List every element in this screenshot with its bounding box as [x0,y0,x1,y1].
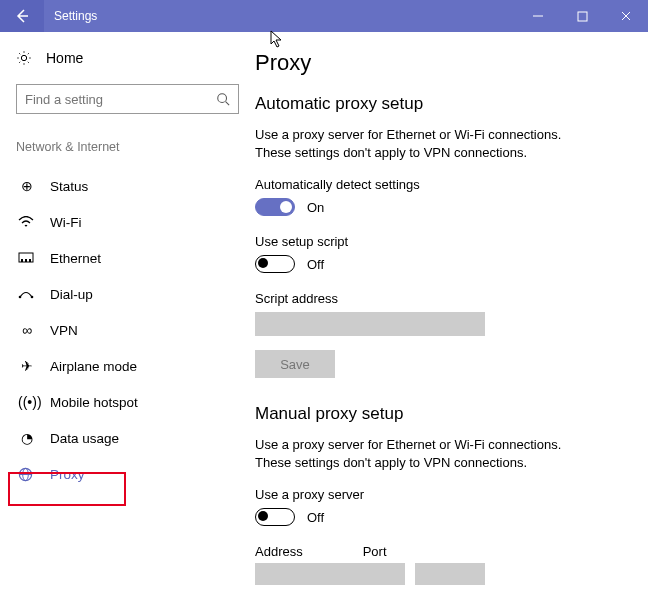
svg-point-2 [218,94,227,103]
search-box[interactable] [16,84,239,114]
back-arrow-icon [14,8,30,24]
nav-label: Dial-up [50,287,93,302]
manual-heading: Manual proxy setup [255,404,634,424]
close-icon [620,10,632,22]
nav-label: Status [50,179,88,194]
sidebar-item-airplane[interactable]: ✈ Airplane mode [16,348,239,384]
use-proxy-toggle[interactable] [255,508,295,526]
globe-icon [18,467,36,482]
use-proxy-state: Off [307,510,324,525]
search-input[interactable] [25,92,216,107]
data-icon: ◔ [18,430,36,446]
wifi-icon [18,216,36,228]
sidebar-item-ethernet[interactable]: Ethernet [16,240,239,276]
use-proxy-label: Use a proxy server [255,487,634,502]
detect-label: Automatically detect settings [255,177,634,192]
nav-label: Data usage [50,431,119,446]
script-toggle[interactable] [255,255,295,273]
script-address-label: Script address [255,291,634,306]
svg-rect-6 [25,259,27,262]
search-icon [216,92,230,106]
auto-desc: Use a proxy server for Ethernet or Wi-Fi… [255,126,595,161]
hotspot-icon: ((•)) [18,394,36,410]
minimize-icon [532,10,544,22]
svg-point-9 [31,296,34,299]
sidebar-item-dialup[interactable]: Dial-up [16,276,239,312]
sidebar-item-vpn[interactable]: ∞ VPN [16,312,239,348]
titlebar: Settings [0,0,648,32]
status-icon: ⊕ [18,178,36,194]
minimize-button[interactable] [516,0,560,32]
close-button[interactable] [604,0,648,32]
port-input[interactable] [415,563,485,585]
page-title: Proxy [255,50,634,76]
nav-label: Airplane mode [50,359,137,374]
home-label: Home [46,50,83,66]
sidebar-item-hotspot[interactable]: ((•)) Mobile hotspot [16,384,239,420]
address-input[interactable] [255,563,405,585]
home-nav[interactable]: Home [16,50,239,66]
gear-icon [16,50,32,66]
maximize-icon [577,11,588,22]
address-label: Address [255,544,303,559]
sidebar-item-wifi[interactable]: Wi-Fi [16,204,239,240]
back-button[interactable] [0,0,44,32]
nav-label: Ethernet [50,251,101,266]
maximize-button[interactable] [560,0,604,32]
script-label: Use setup script [255,234,634,249]
svg-line-3 [226,102,230,106]
nav-label: Mobile hotspot [50,395,138,410]
sidebar-item-datausage[interactable]: ◔ Data usage [16,420,239,456]
port-label: Port [363,544,387,559]
svg-rect-1 [578,12,587,21]
svg-point-8 [19,296,22,299]
sidebar: Home Network & Internet ⊕ Status Wi-Fi E… [0,32,255,593]
detect-toggle[interactable] [255,198,295,216]
auto-heading: Automatic proxy setup [255,94,634,114]
main-panel: Proxy Automatic proxy setup Use a proxy … [255,32,648,593]
section-heading: Network & Internet [16,140,239,154]
nav-label: Wi-Fi [50,215,81,230]
manual-desc: Use a proxy server for Ethernet or Wi-Fi… [255,436,595,471]
vpn-icon: ∞ [18,322,36,338]
save-button[interactable]: Save [255,350,335,378]
script-address-input[interactable] [255,312,485,336]
sidebar-item-status[interactable]: ⊕ Status [16,168,239,204]
detect-state: On [307,200,324,215]
dialup-icon [18,288,36,300]
window-title: Settings [44,9,97,23]
svg-rect-7 [29,259,31,262]
script-state: Off [307,257,324,272]
nav-label: VPN [50,323,78,338]
svg-rect-5 [21,259,23,262]
sidebar-item-proxy[interactable]: Proxy [16,456,239,492]
ethernet-icon [18,252,36,264]
nav-label: Proxy [50,467,85,482]
airplane-icon: ✈ [18,358,36,374]
window-controls [516,0,648,32]
